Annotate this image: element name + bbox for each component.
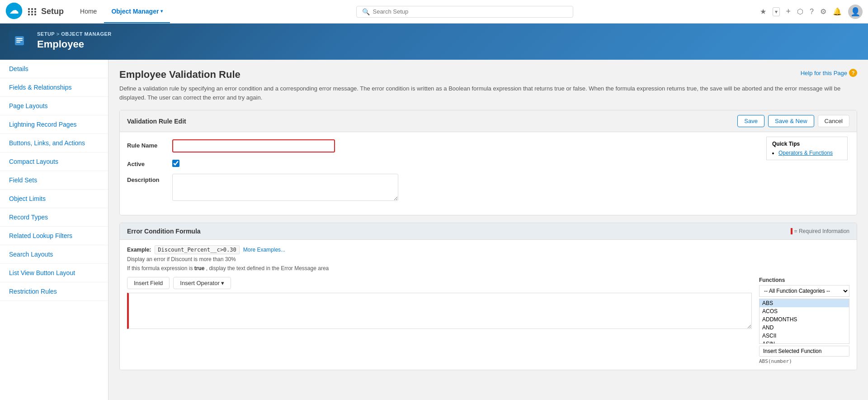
sidebar-item-fields-relationships[interactable]: Fields & Relationships [0,78,108,97]
sidebar-item-buttons-links-actions[interactable]: Buttons, Links, and Actions [0,134,108,152]
function-desc: ABS(number) [759,358,849,364]
description-control [172,174,849,202]
sidebar-item-record-types[interactable]: Record Types [0,208,108,227]
function-item-abs[interactable]: ABS [760,299,849,307]
rule-name-input[interactable] [172,139,335,152]
insert-operator-button[interactable]: Insert Operator ▾ [173,277,231,289]
formula-editor-area: Insert Field Insert Operator ▾ [127,277,752,364]
salesforce-logo: ☁ [5,2,23,21]
avatar[interactable]: 👤 [848,5,863,19]
top-nav: ☁ Setup Home Object Manager ▾ 🔍 ★ ▾ + ⬡ [0,0,868,24]
object-icon [9,30,30,51]
description-row: Description [127,174,849,202]
svg-rect-4 [16,40,23,41]
function-item-and[interactable]: AND [760,324,849,332]
operators-functions-link[interactable]: Operators & Functions [778,150,833,156]
cancel-button[interactable]: Cancel [818,115,849,127]
add-icon[interactable]: + [786,7,791,16]
functions-panel: Functions -- All Function Categories -- … [759,277,849,364]
object-manager-chevron-icon: ▾ [160,9,163,14]
insert-field-button[interactable]: Insert Field [127,277,170,289]
breadcrumb-object-manager[interactable]: OBJECT MANAGER [61,31,112,37]
search-area: 🔍 [170,6,760,18]
form-section-body: Rule Name Active Description [120,132,857,215]
formula-section: Error Condition Formula = Required Infor… [119,223,857,370]
sidebar-item-lightning-record-pages[interactable]: Lightning Record Pages [0,115,108,134]
example-code: Discount_Percent__c>0.30 [155,245,239,254]
function-item-acos[interactable]: ACOS [760,307,849,315]
quick-tips: Quick Tips Operators & Functions [766,137,848,160]
example-desc: Display an error if Discount is more tha… [127,256,849,262]
more-examples-link[interactable]: More Examples... [243,247,285,253]
star-icon[interactable]: ★ [760,7,766,16]
sidebar-item-compact-layouts[interactable]: Compact Layouts [0,152,108,171]
help-icon[interactable]: ? [810,8,814,16]
layers-icon[interactable]: ⬡ [797,7,803,16]
sub-header: SETUP > OBJECT MANAGER Employee [0,24,868,60]
search-input[interactable] [373,8,567,15]
sidebar-item-object-limits[interactable]: Object Limits [0,190,108,208]
dropdown-icon[interactable]: ▾ [773,7,780,16]
sub-header-text: SETUP > OBJECT MANAGER Employee [37,31,112,50]
save-button[interactable]: Save [737,115,764,127]
function-item-ascii[interactable]: ASCII [760,332,849,340]
rule-name-control [172,139,849,152]
help-link[interactable]: Help for this Page ? [801,69,857,77]
app-menu-icon[interactable] [27,7,38,16]
rule-name-row: Rule Name [127,139,849,152]
nav-tab-object-manager[interactable]: Object Manager ▾ [104,0,170,23]
functions-label: Functions [759,277,849,283]
app-name: Setup [41,7,64,16]
formula-section-title: Error Condition Formula [127,228,201,235]
sub-header-title: Employee [37,38,112,50]
main-layout: Details Fields & Relationships Page Layo… [0,60,868,400]
quick-tips-title: Quick Tips [772,141,842,147]
function-item-asin[interactable]: ASIN [760,340,849,344]
functions-category-select[interactable]: -- All Function Categories -- Date and T… [759,285,849,297]
search-icon: 🔍 [362,8,370,15]
gear-icon[interactable]: ⚙ [820,7,826,16]
required-info: = Required Information [791,228,849,234]
insert-selected-function-button[interactable]: Insert Selected Function [759,346,849,357]
nav-tab-home[interactable]: Home [73,0,104,23]
example-label: Example: [127,247,151,253]
svg-rect-5 [16,42,20,43]
sidebar-item-related-lookup-filters[interactable]: Related Lookup Filters [0,227,108,245]
active-row: Active [127,158,849,168]
nav-actions: ★ ▾ + ⬡ ? ⚙ 🔔 👤 [760,5,863,19]
save-new-button[interactable]: Save & New [768,115,814,127]
active-checkbox[interactable] [172,160,179,167]
sidebar-item-search-layouts[interactable]: Search Layouts [0,245,108,264]
sidebar-item-field-sets[interactable]: Field Sets [0,171,108,190]
bell-icon[interactable]: 🔔 [833,7,842,16]
description-textarea[interactable] [172,174,398,201]
form-buttons: Save Save & New Cancel [737,115,849,127]
formula-editor-textarea[interactable] [127,293,752,329]
form-section-title: Validation Rule Edit [127,118,186,125]
svg-text:☁: ☁ [9,5,19,15]
page-description: Define a validation rule by specifying a… [119,84,857,102]
search-box: 🔍 [356,6,573,18]
sidebar-item-restriction-rules[interactable]: Restriction Rules [0,282,108,301]
functions-list: ABS ACOS ADDMONTHS AND ASCII ASIN [759,299,849,344]
sidebar-item-page-layouts[interactable]: Page Layouts [0,97,108,115]
help-icon-badge: ? [849,69,857,77]
sidebar-item-details[interactable]: Details [0,60,108,78]
formula-section-body: Example: Discount_Percent__c>0.30 More E… [120,240,857,370]
sidebar: Details Fields & Relationships Page Layo… [0,60,108,400]
svg-rect-3 [16,38,23,39]
required-bar-icon [791,228,793,234]
rule-name-label: Rule Name [127,139,172,149]
insert-operator-chevron-icon: ▾ [221,280,224,286]
formula-toolbar: Insert Field Insert Operator ▾ [127,277,752,289]
content-header: Help for this Page ? Employee Validation… [119,69,857,81]
if-desc: If this formula expression is true , dis… [127,265,849,271]
function-item-addmonths[interactable]: ADDMONTHS [760,315,849,324]
sidebar-item-list-view-button-layout[interactable]: List View Button Layout [0,264,108,282]
breadcrumb-setup[interactable]: SETUP [37,31,55,37]
form-section-header: Validation Rule Edit Save Save & New Can… [120,110,857,132]
validation-rule-form: Validation Rule Edit Save Save & New Can… [119,110,857,215]
active-label: Active [127,158,172,167]
formula-section-header: Error Condition Formula = Required Infor… [120,223,857,240]
formula-content: Insert Field Insert Operator ▾ Functions [127,277,849,364]
